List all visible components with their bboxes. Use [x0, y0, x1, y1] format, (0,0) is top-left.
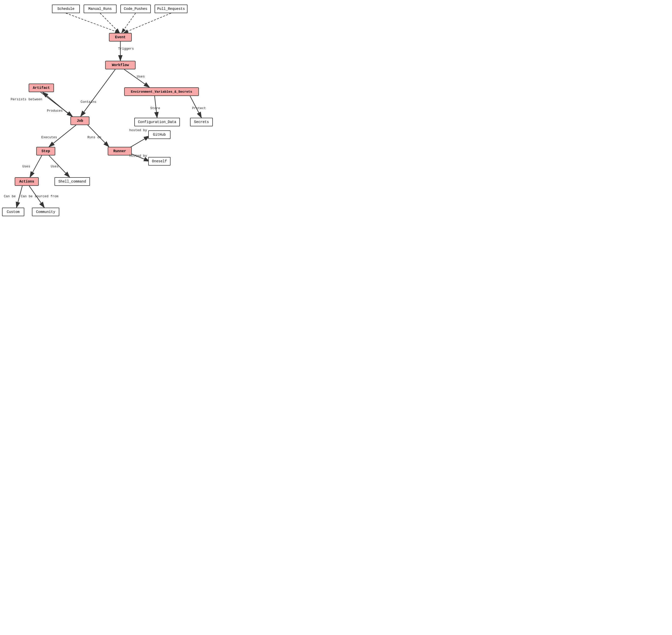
community-node: Community [32, 207, 59, 216]
actions-label: Actions [19, 179, 34, 183]
runs-on-label: Runs on [87, 135, 101, 139]
can-be-sourced-label: Can be sourced from [21, 194, 58, 198]
custom-label: Custom [7, 210, 20, 214]
protect-label: Protect [192, 106, 206, 110]
job-label: Job [77, 119, 83, 123]
schedule-node: Schedule [52, 4, 80, 13]
shell-cmd-label: Shell_command [58, 179, 86, 183]
workflow-label: Workflow [112, 63, 129, 67]
uses-shell-label: Uses [51, 165, 59, 168]
shell-cmd-node: Shell_command [55, 177, 90, 186]
code-pushes-label: Code_Pushes [124, 7, 147, 11]
job-to-artifact-line [43, 92, 72, 116]
github-node: GitHub [148, 130, 170, 139]
pull-requests-label: Pull_Requests [157, 7, 185, 11]
codepush-to-event-line [122, 13, 135, 33]
custom-node: Custom [2, 207, 24, 216]
workflow-node: Workflow [105, 61, 135, 69]
env-vars-label: Environment_Variables_&_Secrets [131, 90, 192, 94]
uses-actions-label: Uses [22, 165, 30, 168]
produces-label: Produces [47, 109, 63, 113]
secrets-node: Secrets [190, 118, 213, 126]
event-node: Event [109, 33, 132, 42]
config-data-node: Configuration_Data [134, 118, 180, 126]
store-label: Store [150, 106, 160, 110]
hosted-by-oneself-label: hosted by [129, 154, 147, 158]
contains-label: Contains [81, 100, 96, 104]
env-vars-node: Environment_Variables_&_Secrets [124, 87, 199, 96]
manual-runs-label: Manual_Runs [88, 7, 112, 11]
persists-between-label: Persists between [10, 97, 42, 101]
runner-node: Runner [108, 147, 132, 155]
uses-env-label: Uses [137, 75, 145, 79]
executes-label: Executes [41, 135, 57, 139]
pullreq-to-event-line [124, 13, 171, 33]
schedule-label: Schedule [57, 7, 74, 11]
step-node: Step [36, 147, 55, 155]
oneself-label: Oneself [152, 159, 167, 163]
job-node: Job [70, 116, 89, 125]
oneself-node: Oneself [148, 157, 170, 166]
workflow-to-job-line [81, 69, 115, 116]
pull-requests-node: Pull_Requests [154, 4, 188, 13]
secrets-label: Secrets [194, 120, 209, 124]
event-label: Event [115, 35, 126, 39]
schedule-to-event-line [66, 13, 120, 33]
code-pushes-node: Code_Pushes [120, 4, 151, 13]
can-be-label: Can be [4, 194, 16, 198]
manual-runs-node: Manual_Runs [84, 4, 117, 13]
artifact-node: Artifact [29, 84, 54, 92]
github-label: GitHub [153, 133, 166, 137]
step-to-actions-line [30, 155, 42, 177]
runner-label: Runner [113, 149, 126, 153]
step-label: Step [42, 149, 50, 153]
hosted-by-github-label: hosted by [129, 128, 147, 132]
diagram-container: Schedule Manual_Runs Code_Pushes Pull_Re… [0, 0, 285, 269]
triggers-label: Triggers [118, 47, 134, 51]
manual-to-event-line [100, 13, 120, 33]
actions-node: Actions [15, 177, 39, 186]
config-data-label: Configuration_Data [138, 120, 176, 124]
artifact-label: Artifact [33, 86, 50, 90]
diagram-svg [0, 0, 285, 269]
community-label: Community [36, 210, 55, 214]
